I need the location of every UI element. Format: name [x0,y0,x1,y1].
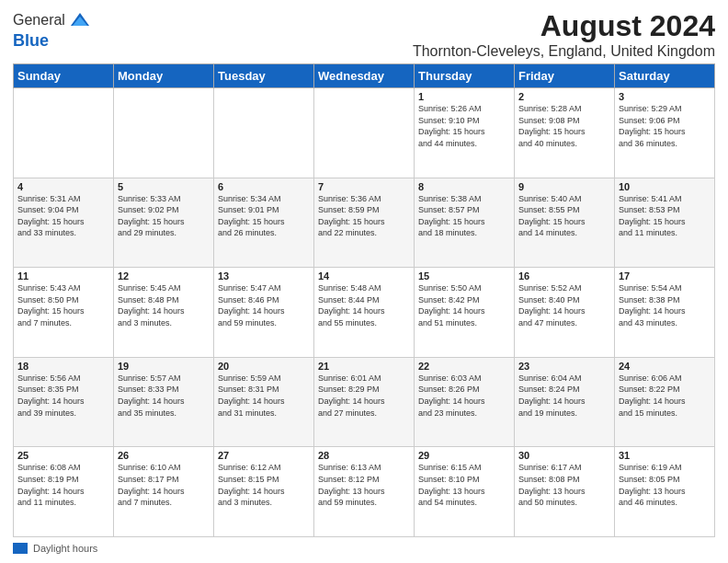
calendar-cell: 7Sunrise: 5:36 AM Sunset: 8:59 PM Daylig… [314,178,415,268]
calendar-cell: 22Sunrise: 6:03 AM Sunset: 8:26 PM Dayli… [415,357,515,447]
day-info: Sunrise: 5:28 AM Sunset: 9:08 PM Dayligh… [518,103,610,149]
day-number: 7 [318,181,410,192]
calendar-cell: 2Sunrise: 5:28 AM Sunset: 9:08 PM Daylig… [515,88,615,178]
day-number: 31 [619,450,711,461]
day-number: 23 [518,361,610,372]
calendar-cell [314,88,415,178]
day-number: 28 [318,450,410,461]
day-header-wednesday: Wednesday [314,64,415,88]
calendar: SundayMondayTuesdayWednesdayThursdayFrid… [13,63,715,537]
day-number: 8 [418,181,510,192]
day-info: Sunrise: 6:12 AM Sunset: 8:15 PM Dayligh… [218,462,310,508]
calendar-cell [14,88,114,178]
calendar-cell: 21Sunrise: 6:01 AM Sunset: 8:29 PM Dayli… [314,357,415,447]
calendar-cell: 8Sunrise: 5:38 AM Sunset: 8:57 PM Daylig… [415,178,515,268]
day-number: 2 [518,91,610,102]
day-number: 16 [518,270,610,282]
day-number: 25 [17,450,109,461]
calendar-cell: 23Sunrise: 6:04 AM Sunset: 8:24 PM Dayli… [515,357,615,447]
logo-icon [67,9,89,31]
calendar-cell: 15Sunrise: 5:50 AM Sunset: 8:42 PM Dayli… [415,268,515,358]
day-info: Sunrise: 6:13 AM Sunset: 8:12 PM Dayligh… [318,462,410,508]
calendar-cell: 9Sunrise: 5:40 AM Sunset: 8:55 PM Daylig… [515,178,615,268]
day-info: Sunrise: 5:36 AM Sunset: 8:59 PM Dayligh… [318,193,410,239]
day-info: Sunrise: 6:15 AM Sunset: 8:10 PM Dayligh… [418,462,510,508]
day-info: Sunrise: 6:08 AM Sunset: 8:19 PM Dayligh… [17,462,109,508]
day-info: Sunrise: 6:17 AM Sunset: 8:08 PM Dayligh… [518,462,610,508]
calendar-cell [114,88,214,178]
subtitle: Thornton-Cleveleys, England, United King… [413,43,715,60]
day-number: 27 [218,450,310,461]
day-info: Sunrise: 5:52 AM Sunset: 8:40 PM Dayligh… [518,282,610,328]
day-info: Sunrise: 5:34 AM Sunset: 9:01 PM Dayligh… [218,193,310,239]
daylight-label: Daylight hours [33,543,97,554]
day-info: Sunrise: 5:43 AM Sunset: 8:50 PM Dayligh… [17,282,109,328]
calendar-cell: 16Sunrise: 5:52 AM Sunset: 8:40 PM Dayli… [515,268,615,358]
calendar-header-row: SundayMondayTuesdayWednesdayThursdayFrid… [14,64,715,88]
day-number: 20 [218,361,310,372]
day-header-saturday: Saturday [615,64,715,88]
calendar-cell: 28Sunrise: 6:13 AM Sunset: 8:12 PM Dayli… [314,447,415,537]
logo-general-text: General [13,12,65,29]
logo: General Blue [13,9,89,51]
calendar-cell: 18Sunrise: 5:56 AM Sunset: 8:35 PM Dayli… [14,357,114,447]
day-info: Sunrise: 6:10 AM Sunset: 8:17 PM Dayligh… [118,462,210,508]
day-number: 4 [17,181,109,192]
calendar-week-row: 25Sunrise: 6:08 AM Sunset: 8:19 PM Dayli… [14,447,715,537]
day-info: Sunrise: 5:33 AM Sunset: 9:02 PM Dayligh… [118,193,210,239]
day-number: 18 [17,361,109,372]
calendar-cell: 6Sunrise: 5:34 AM Sunset: 9:01 PM Daylig… [214,178,314,268]
logo-blue-text: Blue [13,31,49,50]
day-number: 15 [418,270,510,282]
day-info: Sunrise: 6:03 AM Sunset: 8:26 PM Dayligh… [418,373,510,419]
day-number: 12 [118,270,210,282]
day-info: Sunrise: 6:06 AM Sunset: 8:22 PM Dayligh… [619,373,711,419]
day-header-sunday: Sunday [14,64,114,88]
day-number: 6 [218,181,310,192]
calendar-cell: 3Sunrise: 5:29 AM Sunset: 9:06 PM Daylig… [615,88,715,178]
calendar-week-row: 4Sunrise: 5:31 AM Sunset: 9:04 PM Daylig… [14,178,715,268]
calendar-cell: 20Sunrise: 5:59 AM Sunset: 8:31 PM Dayli… [214,357,314,447]
day-info: Sunrise: 6:01 AM Sunset: 8:29 PM Dayligh… [318,373,410,419]
page: General Blue August 2024 Thornton-Clevel… [0,0,728,563]
calendar-week-row: 18Sunrise: 5:56 AM Sunset: 8:35 PM Dayli… [14,357,715,447]
day-info: Sunrise: 6:19 AM Sunset: 8:05 PM Dayligh… [619,462,711,508]
main-title: August 2024 [413,9,715,43]
day-info: Sunrise: 5:59 AM Sunset: 8:31 PM Dayligh… [218,373,310,419]
day-number: 17 [619,270,711,282]
title-block: August 2024 Thornton-Cleveleys, England,… [413,9,715,60]
day-number: 13 [218,270,310,282]
calendar-cell: 26Sunrise: 6:10 AM Sunset: 8:17 PM Dayli… [114,447,214,537]
calendar-week-row: 1Sunrise: 5:26 AM Sunset: 9:10 PM Daylig… [14,88,715,178]
day-info: Sunrise: 5:38 AM Sunset: 8:57 PM Dayligh… [418,193,510,239]
day-info: Sunrise: 5:41 AM Sunset: 8:53 PM Dayligh… [619,193,711,239]
day-info: Sunrise: 5:45 AM Sunset: 8:48 PM Dayligh… [118,282,210,328]
day-number: 1 [418,91,510,102]
day-number: 24 [619,361,711,372]
day-number: 3 [619,91,711,102]
day-number: 22 [418,361,510,372]
calendar-cell: 31Sunrise: 6:19 AM Sunset: 8:05 PM Dayli… [615,447,715,537]
day-info: Sunrise: 5:29 AM Sunset: 9:06 PM Dayligh… [619,103,711,149]
calendar-cell: 29Sunrise: 6:15 AM Sunset: 8:10 PM Dayli… [415,447,515,537]
day-info: Sunrise: 5:56 AM Sunset: 8:35 PM Dayligh… [17,373,109,419]
calendar-cell: 13Sunrise: 5:47 AM Sunset: 8:46 PM Dayli… [214,268,314,358]
day-number: 14 [318,270,410,282]
day-header-thursday: Thursday [415,64,515,88]
day-info: Sunrise: 5:57 AM Sunset: 8:33 PM Dayligh… [118,373,210,419]
calendar-cell [214,88,314,178]
calendar-cell: 19Sunrise: 5:57 AM Sunset: 8:33 PM Dayli… [114,357,214,447]
calendar-cell: 1Sunrise: 5:26 AM Sunset: 9:10 PM Daylig… [415,88,515,178]
day-header-monday: Monday [114,64,214,88]
day-info: Sunrise: 5:26 AM Sunset: 9:10 PM Dayligh… [418,103,510,149]
footer: Daylight hours [13,543,715,554]
day-info: Sunrise: 5:40 AM Sunset: 8:55 PM Dayligh… [518,193,610,239]
day-info: Sunrise: 6:04 AM Sunset: 8:24 PM Dayligh… [518,373,610,419]
daylight-legend-box [13,543,28,554]
day-info: Sunrise: 5:47 AM Sunset: 8:46 PM Dayligh… [218,282,310,328]
day-number: 5 [118,181,210,192]
day-number: 30 [518,450,610,461]
day-number: 11 [17,270,109,282]
day-info: Sunrise: 5:31 AM Sunset: 9:04 PM Dayligh… [17,193,109,239]
calendar-cell: 17Sunrise: 5:54 AM Sunset: 8:38 PM Dayli… [615,268,715,358]
